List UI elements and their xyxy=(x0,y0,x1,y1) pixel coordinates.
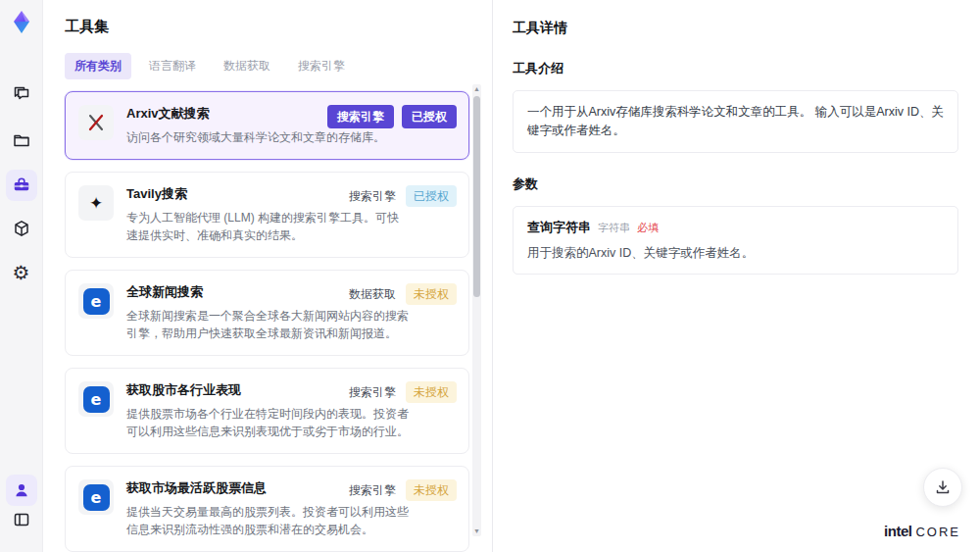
download-button[interactable] xyxy=(923,468,962,507)
scrollbar-up-arrow[interactable]: ▲ xyxy=(472,84,481,94)
tool-tags: 数据获取 未授权 xyxy=(347,283,457,305)
tool-category-badge: 搜索引擎 xyxy=(347,381,398,403)
tool-auth-badge: 已授权 xyxy=(406,185,457,207)
tool-tags: 搜索引擎 未授权 xyxy=(347,381,457,403)
tool-description: 专为人工智能代理 (LLM) 构建的搜索引擎工具。可快速提供实时、准确和真实的结… xyxy=(126,209,409,244)
folder-icon xyxy=(12,130,31,150)
app-window: ⚙ 工具集 所有类别语言翻译数据获取搜索引擎 Arxiv文献搜索 访问各个研究领… xyxy=(0,0,980,552)
cube-icon xyxy=(12,219,31,238)
tool-category-badge: 数据获取 xyxy=(347,283,398,305)
tab-1[interactable]: 语言翻译 xyxy=(139,53,206,79)
brand-core-text: CORE xyxy=(915,525,960,539)
sidebar-rail: ⚙ xyxy=(0,0,43,552)
scrollbar[interactable]: ▲ ▼ xyxy=(472,84,481,536)
tool-icon xyxy=(78,105,114,140)
sidebar-item-models[interactable] xyxy=(6,213,37,244)
tool-category-badge: 搜索引擎 xyxy=(347,479,398,501)
tool-auth-badge: 未授权 xyxy=(406,283,457,305)
category-tabs: 所有类别语言翻译数据获取搜索引擎 xyxy=(65,53,492,79)
tool-card-4[interactable]: e 获取市场最活跃股票信息 提供当天交易量最高的股票列表。投资者可以利用这些信息… xyxy=(65,466,469,552)
download-icon xyxy=(934,478,952,496)
sidebar-item-collapse[interactable] xyxy=(6,504,37,535)
tool-description: 全球新闻搜索是一个聚合全球各大新闻网站内容的搜索引擎，帮助用户快速获取全球最新资… xyxy=(126,307,409,342)
page-title: 工具集 xyxy=(65,18,492,36)
tool-card-3[interactable]: e 获取股市各行业表现 提供股票市场各个行业在特定时间段内的表现。投资者可以利用… xyxy=(65,368,469,454)
detail-title: 工具详情 xyxy=(513,20,958,37)
param-box: 查询字符串 字符串 必填 用于搜索的Arxiv ID、关键字或作者姓名。 xyxy=(513,206,958,275)
param-required-badge: 必填 xyxy=(637,221,659,235)
panel-toggle-icon xyxy=(13,511,30,528)
tool-description: 访问各个研究领域大量科学论文和文章的存储库。 xyxy=(126,128,409,146)
tool-list-panel: 工具集 所有类别语言翻译数据获取搜索引擎 Arxiv文献搜索 访问各个研究领域大… xyxy=(43,0,492,552)
tab-2[interactable]: 数据获取 xyxy=(214,53,280,79)
user-icon xyxy=(13,481,30,499)
news-logo-icon: e xyxy=(83,288,110,315)
sidebar-item-chat[interactable] xyxy=(6,78,37,110)
intro-heading: 工具介绍 xyxy=(513,60,958,77)
app-logo-icon[interactable] xyxy=(7,8,36,37)
tool-icon: e xyxy=(78,381,114,417)
tool-description: 提供当天交易量最高的股票列表。投资者可以利用这些信息来识别流动性强的股票和潜在的… xyxy=(126,503,409,538)
brand-intel-text: intel xyxy=(884,523,911,539)
tool-icon: ✦ xyxy=(78,185,114,221)
sidebar-item-settings[interactable]: ⚙ xyxy=(6,257,37,288)
news-logo-icon: e xyxy=(83,484,110,511)
sidebar-item-files[interactable] xyxy=(6,125,37,156)
scrollbar-thumb[interactable] xyxy=(473,96,480,297)
scrollbar-down-arrow[interactable]: ▼ xyxy=(472,527,481,536)
tool-card-2[interactable]: e 全球新闻搜索 全球新闻搜索是一个聚合全球各大新闻网站内容的搜索引擎，帮助用户… xyxy=(65,270,469,356)
param-name: 查询字符串 xyxy=(527,219,591,236)
params-heading: 参数 xyxy=(513,176,958,193)
tool-icon: e xyxy=(78,283,114,319)
arxiv-icon xyxy=(85,112,107,133)
tool-category-badge: 搜索引擎 xyxy=(347,185,398,207)
tavily-icon: ✦ xyxy=(89,195,103,212)
news-logo-icon: e xyxy=(83,386,110,413)
tool-tags: 搜索引擎 已授权 xyxy=(327,105,457,128)
tool-tags: 搜索引擎 未授权 xyxy=(347,479,457,501)
param-type: 字符串 xyxy=(598,221,630,235)
tool-detail-panel: 工具详情 工具介绍 一个用于从Arxiv存储库搜索科学论文和文章的工具。 输入可… xyxy=(492,0,980,552)
tool-tags: 搜索引擎 已授权 xyxy=(347,185,457,207)
tool-card-1[interactable]: ✦ Tavily搜索 专为人工智能代理 (LLM) 构建的搜索引擎工具。可快速提… xyxy=(65,172,469,258)
tool-card-0[interactable]: Arxiv文献搜索 访问各个研究领域大量科学论文和文章的存储库。 搜索引擎 已授… xyxy=(65,91,469,160)
sidebar-item-tools[interactable] xyxy=(6,170,37,201)
tool-auth-badge: 已授权 xyxy=(402,105,457,128)
tool-auth-badge: 未授权 xyxy=(406,381,457,403)
tool-list: Arxiv文献搜索 访问各个研究领域大量科学论文和文章的存储库。 搜索引擎 已授… xyxy=(65,91,469,552)
tool-category-badge: 搜索引擎 xyxy=(327,105,394,128)
tab-3[interactable]: 搜索引擎 xyxy=(288,53,355,79)
intel-core-logo: intel CORE xyxy=(884,523,960,539)
gear-icon: ⚙ xyxy=(13,263,30,282)
sidebar-item-account[interactable] xyxy=(6,475,37,506)
intro-box: 一个用于从Arxiv存储库搜索科学论文和文章的工具。 输入可以是Arxiv ID… xyxy=(513,90,958,153)
tab-0[interactable]: 所有类别 xyxy=(65,53,131,79)
tool-description: 提供股票市场各个行业在特定时间段内的表现。投资者可以利用这些信息来识别表现优于或… xyxy=(126,405,409,440)
chat-icon xyxy=(12,84,31,104)
param-description: 用于搜索的Arxiv ID、关键字或作者姓名。 xyxy=(527,245,944,262)
toolbox-icon xyxy=(12,176,31,195)
tool-auth-badge: 未授权 xyxy=(406,479,457,501)
intro-text: 一个用于从Arxiv存储库搜索科学论文和文章的工具。 输入可以是Arxiv ID… xyxy=(527,103,944,140)
tool-icon: e xyxy=(78,479,114,515)
